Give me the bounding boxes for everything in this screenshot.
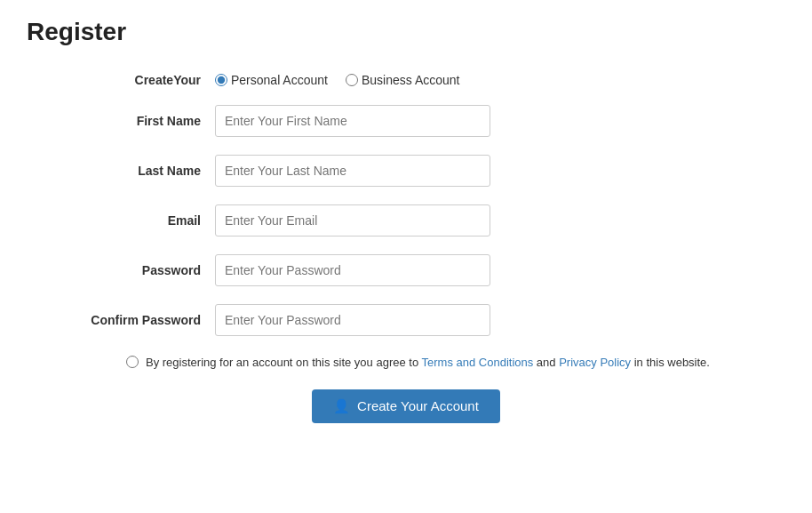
terms-row: By registering for an account on this si… [73, 354, 739, 372]
page-title: Register [27, 18, 785, 46]
personal-account-option[interactable]: Personal Account [215, 73, 328, 87]
terms-after-text: in this website. [631, 356, 710, 369]
terms-middle-text: and [533, 356, 559, 369]
privacy-policy-link[interactable]: Privacy Policy [559, 356, 631, 369]
submit-row: 👤 Create Your Account [73, 389, 739, 423]
create-account-label: Create Your Account [357, 398, 479, 413]
create-account-button[interactable]: 👤 Create Your Account [312, 389, 500, 423]
create-your-label: CreateYour [73, 73, 215, 87]
account-type-row: CreateYour Personal Account Business Acc… [73, 73, 739, 87]
last-name-input[interactable] [215, 155, 490, 187]
email-row: Email [73, 204, 739, 236]
first-name-input[interactable] [215, 105, 490, 137]
user-icon: 👤 [333, 398, 350, 414]
business-account-option[interactable]: Business Account [346, 73, 460, 87]
business-account-radio[interactable] [346, 74, 358, 86]
business-account-label: Business Account [362, 73, 460, 87]
terms-text: By registering for an account on this si… [146, 354, 710, 372]
terms-before-text: By registering for an account on this si… [146, 356, 422, 369]
confirm-password-row: Confirm Password [73, 304, 739, 336]
first-name-label: First Name [73, 114, 215, 128]
register-form: CreateYour Personal Account Business Acc… [73, 73, 739, 423]
personal-account-label: Personal Account [231, 73, 328, 87]
confirm-password-input[interactable] [215, 304, 490, 336]
last-name-row: Last Name [73, 155, 739, 187]
password-label: Password [73, 263, 215, 277]
terms-conditions-link[interactable]: Terms and Conditions [422, 356, 534, 369]
account-type-radio-group: Personal Account Business Account [215, 73, 459, 87]
password-row: Password [73, 254, 739, 286]
terms-agree-radio[interactable] [126, 356, 139, 368]
first-name-row: First Name [73, 105, 739, 137]
password-input[interactable] [215, 254, 490, 286]
email-input[interactable] [215, 204, 490, 236]
confirm-password-label: Confirm Password [73, 313, 215, 327]
email-label: Email [73, 213, 215, 228]
personal-account-radio[interactable] [215, 74, 227, 86]
last-name-label: Last Name [73, 164, 215, 178]
